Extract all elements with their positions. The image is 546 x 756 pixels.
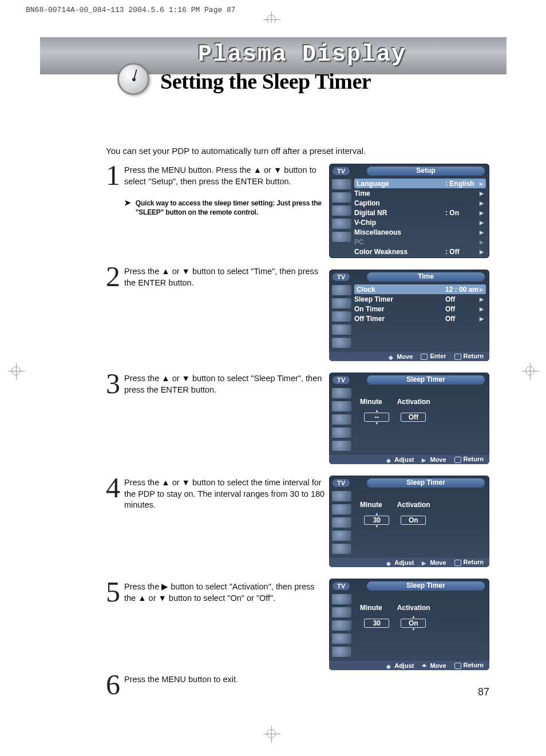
osd-sleep-body: Minute Activation ▲30▼ ▲On▼	[354, 591, 436, 660]
osd-icon	[331, 298, 352, 309]
osd-row: Time▶	[354, 188, 484, 198]
osd-category-icons	[329, 591, 354, 660]
osd-list: Clock12 : 00 am▶Sleep TimerOff▶On TimerO…	[354, 282, 489, 351]
osd-row: Off TimerOff▶	[354, 314, 484, 323]
step-6: 6 Press the MENU button to exit.	[106, 674, 326, 698]
down-arrow-icon: ▼	[375, 525, 379, 528]
osd-icon	[331, 387, 352, 399]
chevron-right-icon: ▶	[480, 287, 484, 292]
step-number: 6	[106, 672, 124, 698]
minute-spinner: ▲--▼	[364, 409, 389, 425]
osd-icon	[331, 427, 352, 438]
osd-setup: TV Setup Language: English▶Time▶Caption▶…	[329, 164, 489, 258]
osd-footer: Adjust Move Return	[329, 454, 489, 464]
osd-row-value: 12 : 00 am	[445, 286, 480, 294]
osd-title: Time	[367, 272, 485, 282]
osd-hint-move: Move	[389, 353, 413, 360]
osd-hint-adjust: Adjust	[386, 456, 414, 463]
osd-icon	[331, 311, 352, 322]
step-1: 1 Press the MENU button. Press the ▲ or …	[106, 165, 326, 259]
osd-row-label: Sleep Timer	[354, 295, 445, 303]
osd-row-value: Off	[445, 315, 480, 323]
osd-footer: Adjust Move Return	[329, 660, 489, 670]
osd-icon	[331, 401, 352, 412]
chevron-right-icon: ▶	[480, 249, 484, 255]
crop-mark-left	[11, 366, 21, 378]
print-job-header: BN68-00714A-00_084~113 2004.5.6 1:16 PM …	[26, 6, 236, 14]
activation-label: Activation	[397, 604, 430, 612]
osd-row: Caption▶	[354, 198, 484, 208]
page-number: 87	[478, 686, 489, 698]
chevron-right-icon: ▶	[480, 316, 484, 322]
osd-hint-return: Return	[454, 662, 484, 669]
osd-row: Sleep TimerOff▶	[354, 294, 484, 304]
osd-row: Clock12 : 00 am▶	[354, 284, 486, 294]
osd-icon	[331, 593, 352, 605]
chevron-right-icon: ▶	[480, 210, 484, 216]
osd-sleep-timer-2: TV Sleep Timer Minute Activation ▲30▼ ▲O…	[329, 476, 489, 567]
osd-row-value: Off	[445, 305, 480, 313]
osd-time: TV Time Clock12 : 00 am▶Sleep TimerOff▶O…	[329, 270, 489, 361]
osd-icon	[331, 337, 352, 349]
osd-source-badge: TV	[333, 376, 350, 384]
osd-icon	[331, 205, 352, 216]
step-3: 3 Press the ▲ or ▼ button to select "Sle…	[106, 373, 326, 470]
activation-value: Off	[401, 413, 426, 422]
osd-title: Setup	[367, 167, 485, 176]
step-4: 4 Press the ▲ or ▼ button to select the …	[106, 477, 326, 575]
minute-label: Minute	[360, 398, 382, 406]
osd-icon	[331, 620, 352, 631]
activation-spinner: ▲On▼	[401, 615, 426, 631]
chevron-right-icon: ▶	[480, 229, 484, 235]
osd-row-value: Off	[445, 295, 480, 303]
activation-value: On	[401, 619, 426, 628]
clock-icon	[117, 63, 149, 95]
osd-category-icons	[329, 176, 354, 258]
step-text: Press the ▲ or ▼ button to select "Sleep…	[124, 373, 326, 395]
osd-row: On TimerOff▶	[354, 304, 484, 314]
osd-row-label: Clock	[357, 286, 445, 294]
osd-icon	[331, 218, 352, 229]
crop-mark-right	[525, 366, 535, 378]
osd-hint-return: Return	[454, 559, 484, 566]
osd-icon	[331, 192, 352, 203]
minute-value: 30	[364, 516, 389, 525]
activation-value: On	[401, 516, 426, 525]
chevron-right-icon: ▶	[480, 239, 484, 245]
osd-row-label: Color Weakness	[354, 248, 445, 256]
osd-row-label: On Timer	[354, 305, 445, 313]
brand-text: Plasma Display	[198, 42, 406, 68]
osd-row-label: Language	[357, 180, 445, 188]
osd-icon	[331, 179, 352, 190]
osd-sleep-timer-3: TV Sleep Timer Minute Activation ▲30▼ ▲O…	[329, 579, 489, 670]
down-arrow-icon: ▼	[412, 628, 416, 631]
osd-row: PC▶	[354, 237, 484, 247]
osd-title: Sleep Timer	[367, 478, 485, 488]
step-number: 2	[106, 264, 124, 290]
activation-label: Activation	[397, 398, 430, 406]
osd-row-label: Caption	[354, 199, 445, 207]
osd-title: Sleep Timer	[367, 581, 485, 591]
steps-column: 1 Press the MENU button. Press the ▲ or …	[106, 165, 326, 704]
osd-category-icons	[329, 282, 354, 351]
osd-hint-move: Move	[422, 662, 446, 669]
chevron-right-icon: ▶	[480, 306, 484, 312]
step-number: 4	[106, 475, 124, 501]
step-text: Press the ▲ or ▼ button to select the ti…	[124, 477, 326, 511]
chevron-right-icon: ▶	[480, 296, 484, 302]
osd-row-value: : English	[445, 180, 480, 188]
chevron-right-icon: ▶	[480, 181, 484, 187]
minute-value: --	[364, 413, 389, 422]
osd-row-label: Digital NR	[354, 209, 445, 217]
osd-row: V-Chip▶	[354, 217, 484, 227]
osd-icon	[331, 504, 352, 515]
minute-spinner: ▲30▼	[364, 512, 389, 528]
osd-icon	[331, 231, 352, 243]
osd-hint-return: Return	[454, 353, 484, 360]
step-text: Press the MENU button to exit.	[124, 674, 238, 686]
step-number: 1	[106, 163, 124, 188]
osd-sleep-body: Minute Activation ▲--▼ ▲Off▼	[354, 385, 436, 454]
activation-spinner: ▲Off▼	[401, 409, 426, 425]
step-2: 2 Press the ▲ or ▼ button to select "Tim…	[106, 266, 326, 366]
step-text: Press the ▶ button to select "Activation…	[124, 581, 326, 604]
